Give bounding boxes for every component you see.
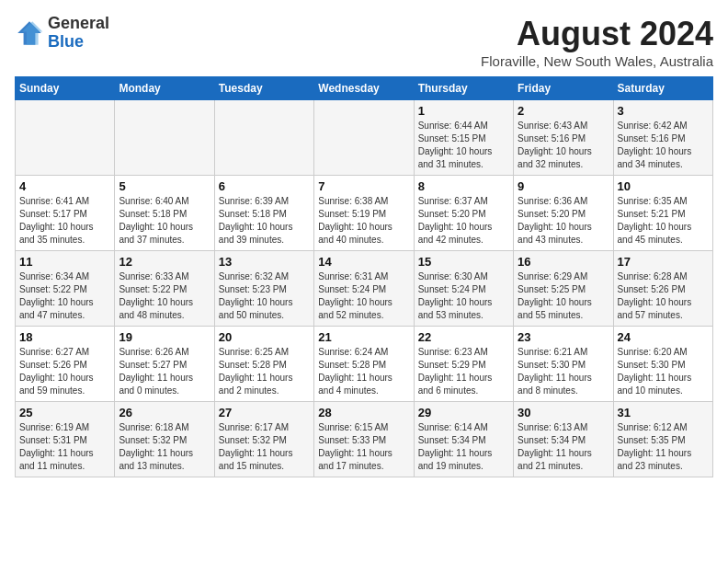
calendar-body: 1Sunrise: 6:44 AMSunset: 5:15 PMDaylight…	[16, 100, 713, 477]
day-info: Sunrise: 6:39 AMSunset: 5:18 PMDaylight:…	[219, 195, 310, 247]
table-row: 21Sunrise: 6:24 AMSunset: 5:28 PMDayligh…	[314, 327, 414, 402]
table-row: 14Sunrise: 6:31 AMSunset: 5:24 PMDayligh…	[314, 251, 414, 327]
day-number: 1	[418, 104, 509, 118]
table-row	[314, 100, 414, 176]
day-number: 4	[19, 179, 110, 193]
day-info: Sunrise: 6:33 AMSunset: 5:22 PMDaylight:…	[119, 270, 210, 322]
day-info: Sunrise: 6:30 AMSunset: 5:24 PMDaylight:…	[418, 270, 509, 322]
table-row: 5Sunrise: 6:40 AMSunset: 5:18 PMDaylight…	[115, 176, 214, 251]
day-number: 31	[618, 406, 709, 419]
day-number: 7	[318, 179, 409, 193]
day-info: Sunrise: 6:19 AMSunset: 5:31 PMDaylight:…	[19, 421, 110, 473]
col-sunday: Sunday	[16, 77, 115, 100]
table-row: 27Sunrise: 6:17 AMSunset: 5:32 PMDayligh…	[214, 402, 313, 477]
calendar-header: Sunday Monday Tuesday Wednesday Thursday…	[16, 77, 713, 100]
day-number: 30	[518, 406, 609, 419]
day-number: 22	[418, 330, 509, 344]
col-wednesday: Wednesday	[314, 77, 414, 100]
day-number: 8	[418, 179, 509, 193]
week-row-3: 18Sunrise: 6:27 AMSunset: 5:26 PMDayligh…	[16, 327, 713, 402]
day-number: 18	[19, 330, 110, 344]
day-info: Sunrise: 6:36 AMSunset: 5:20 PMDaylight:…	[518, 195, 609, 247]
day-number: 11	[19, 255, 110, 269]
week-row-0: 1Sunrise: 6:44 AMSunset: 5:15 PMDaylight…	[16, 100, 713, 176]
table-row: 16Sunrise: 6:29 AMSunset: 5:25 PMDayligh…	[514, 251, 613, 327]
table-row: 12Sunrise: 6:33 AMSunset: 5:22 PMDayligh…	[115, 251, 214, 327]
day-info: Sunrise: 6:12 AMSunset: 5:35 PMDaylight:…	[618, 421, 709, 473]
day-info: Sunrise: 6:26 AMSunset: 5:27 PMDaylight:…	[119, 346, 210, 397]
day-number: 20	[219, 330, 310, 344]
table-row: 18Sunrise: 6:27 AMSunset: 5:26 PMDayligh…	[16, 327, 115, 402]
day-info: Sunrise: 6:34 AMSunset: 5:22 PMDaylight:…	[19, 270, 110, 322]
day-number: 29	[418, 406, 509, 419]
day-info: Sunrise: 6:27 AMSunset: 5:26 PMDaylight:…	[19, 346, 110, 397]
day-number: 27	[219, 406, 310, 419]
table-row: 15Sunrise: 6:30 AMSunset: 5:24 PMDayligh…	[414, 251, 513, 327]
day-number: 17	[618, 255, 709, 269]
table-row: 26Sunrise: 6:18 AMSunset: 5:32 PMDayligh…	[115, 402, 214, 477]
logo-icon	[15, 18, 44, 48]
day-info: Sunrise: 6:31 AMSunset: 5:24 PMDaylight:…	[318, 270, 409, 322]
day-info: Sunrise: 6:21 AMSunset: 5:30 PMDaylight:…	[518, 346, 609, 397]
table-row: 10Sunrise: 6:35 AMSunset: 5:21 PMDayligh…	[613, 176, 712, 251]
day-info: Sunrise: 6:18 AMSunset: 5:32 PMDaylight:…	[119, 421, 210, 473]
day-info: Sunrise: 6:35 AMSunset: 5:21 PMDaylight:…	[618, 195, 709, 247]
table-row: 9Sunrise: 6:36 AMSunset: 5:20 PMDaylight…	[514, 176, 613, 251]
table-row	[115, 100, 214, 176]
day-info: Sunrise: 6:44 AMSunset: 5:15 PMDaylight:…	[418, 120, 509, 171]
table-row: 3Sunrise: 6:42 AMSunset: 5:16 PMDaylight…	[613, 100, 712, 176]
day-info: Sunrise: 6:43 AMSunset: 5:16 PMDaylight:…	[518, 120, 609, 171]
col-thursday: Thursday	[414, 77, 513, 100]
week-row-2: 11Sunrise: 6:34 AMSunset: 5:22 PMDayligh…	[16, 251, 713, 327]
logo-blue: Blue	[48, 32, 84, 51]
day-number: 24	[618, 330, 709, 344]
col-tuesday: Tuesday	[214, 77, 313, 100]
title-block: August 2024 Floraville, New South Wales,…	[481, 15, 713, 69]
day-number: 6	[219, 179, 310, 193]
page-header: General Blue August 2024 Floraville, New…	[15, 15, 713, 69]
day-number: 13	[219, 255, 310, 269]
table-row: 6Sunrise: 6:39 AMSunset: 5:18 PMDaylight…	[214, 176, 313, 251]
table-row: 28Sunrise: 6:15 AMSunset: 5:33 PMDayligh…	[314, 402, 414, 477]
day-number: 12	[119, 255, 210, 269]
day-number: 15	[418, 255, 509, 269]
day-info: Sunrise: 6:29 AMSunset: 5:25 PMDaylight:…	[518, 270, 609, 322]
table-row: 1Sunrise: 6:44 AMSunset: 5:15 PMDaylight…	[414, 100, 513, 176]
day-info: Sunrise: 6:25 AMSunset: 5:28 PMDaylight:…	[219, 346, 310, 397]
table-row: 4Sunrise: 6:41 AMSunset: 5:17 PMDaylight…	[16, 176, 115, 251]
logo-text: General Blue	[48, 15, 109, 52]
table-row: 8Sunrise: 6:37 AMSunset: 5:20 PMDaylight…	[414, 176, 513, 251]
day-info: Sunrise: 6:15 AMSunset: 5:33 PMDaylight:…	[318, 421, 409, 473]
day-number: 10	[618, 179, 709, 193]
calendar-title: August 2024	[481, 15, 713, 53]
day-info: Sunrise: 6:37 AMSunset: 5:20 PMDaylight:…	[418, 195, 509, 247]
logo-general: General	[48, 14, 109, 32]
day-info: Sunrise: 6:20 AMSunset: 5:30 PMDaylight:…	[618, 346, 709, 397]
table-row: 19Sunrise: 6:26 AMSunset: 5:27 PMDayligh…	[115, 327, 214, 402]
day-number: 5	[119, 179, 210, 193]
table-row: 23Sunrise: 6:21 AMSunset: 5:30 PMDayligh…	[514, 327, 613, 402]
day-number: 21	[318, 330, 409, 344]
header-row: Sunday Monday Tuesday Wednesday Thursday…	[16, 77, 713, 100]
day-info: Sunrise: 6:41 AMSunset: 5:17 PMDaylight:…	[19, 195, 110, 247]
logo: General Blue	[15, 15, 109, 52]
day-info: Sunrise: 6:23 AMSunset: 5:29 PMDaylight:…	[418, 346, 509, 397]
table-row: 2Sunrise: 6:43 AMSunset: 5:16 PMDaylight…	[514, 100, 613, 176]
table-row: 25Sunrise: 6:19 AMSunset: 5:31 PMDayligh…	[16, 402, 115, 477]
week-row-1: 4Sunrise: 6:41 AMSunset: 5:17 PMDaylight…	[16, 176, 713, 251]
day-info: Sunrise: 6:40 AMSunset: 5:18 PMDaylight:…	[119, 195, 210, 247]
col-monday: Monday	[115, 77, 214, 100]
day-info: Sunrise: 6:42 AMSunset: 5:16 PMDaylight:…	[618, 120, 709, 171]
table-row: 13Sunrise: 6:32 AMSunset: 5:23 PMDayligh…	[214, 251, 313, 327]
day-number: 28	[318, 406, 409, 419]
table-row: 17Sunrise: 6:28 AMSunset: 5:26 PMDayligh…	[613, 251, 712, 327]
table-row	[16, 100, 115, 176]
day-number: 9	[518, 179, 609, 193]
table-row: 24Sunrise: 6:20 AMSunset: 5:30 PMDayligh…	[613, 327, 712, 402]
day-number: 16	[518, 255, 609, 269]
table-row: 7Sunrise: 6:38 AMSunset: 5:19 PMDaylight…	[314, 176, 414, 251]
day-info: Sunrise: 6:17 AMSunset: 5:32 PMDaylight:…	[219, 421, 310, 473]
calendar-table: Sunday Monday Tuesday Wednesday Thursday…	[15, 76, 713, 477]
day-info: Sunrise: 6:32 AMSunset: 5:23 PMDaylight:…	[219, 270, 310, 322]
col-saturday: Saturday	[613, 77, 712, 100]
